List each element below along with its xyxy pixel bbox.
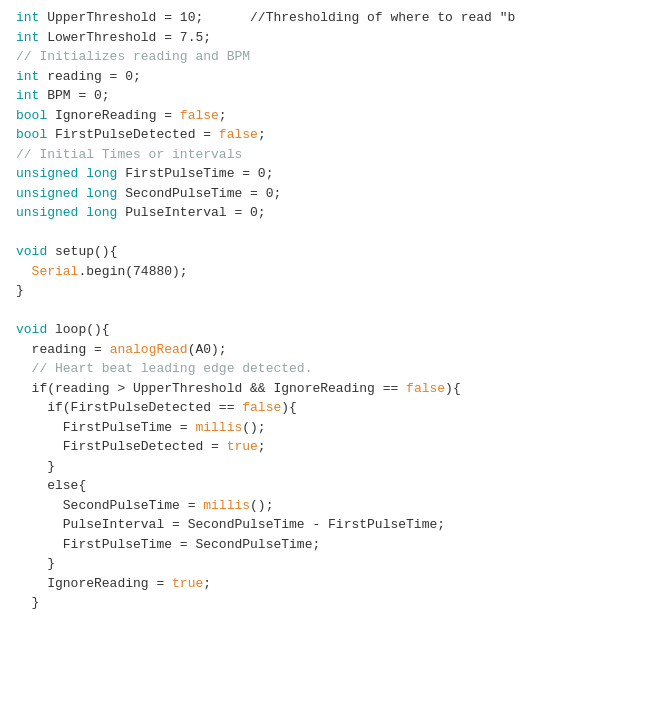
code-token: (); <box>242 418 265 438</box>
code-line: unsigned long PulseInterval = 0; <box>16 203 651 223</box>
code-token: else{ <box>16 476 86 496</box>
code-token <box>16 262 32 282</box>
code-token: FirstPulseTime = SecondPulseTime; <box>16 535 320 555</box>
code-line: Serial.begin(74880); <box>16 262 651 282</box>
code-line <box>16 223 651 243</box>
code-token: int <box>16 8 39 28</box>
code-line: // Initial Times or intervals <box>16 145 651 165</box>
code-token: millis <box>195 418 242 438</box>
code-token: } <box>16 593 39 613</box>
code-token: bool <box>16 125 47 145</box>
code-line: void setup(){ <box>16 242 651 262</box>
code-token: Serial <box>32 262 79 282</box>
code-token: (A0); <box>188 340 227 360</box>
code-token: if(reading > UpperThreshold && IgnoreRea… <box>16 379 406 399</box>
code-token: SecondPulseTime = 0; <box>117 184 281 204</box>
code-token: FirstPulseDetected = <box>16 437 227 457</box>
code-token: // Heart beat leading edge detected. <box>16 359 312 379</box>
code-line: } <box>16 554 651 574</box>
code-editor: int UpperThreshold = 10; //Thresholding … <box>0 0 667 715</box>
code-token: UpperThreshold = 10; //Thresholding of w… <box>39 8 515 28</box>
code-token: (); <box>250 496 273 516</box>
code-line: int BPM = 0; <box>16 86 651 106</box>
code-token: true <box>172 574 203 594</box>
code-line: reading = analogRead(A0); <box>16 340 651 360</box>
code-token: reading = 0; <box>39 67 140 87</box>
code-token: PulseInterval = SecondPulseTime - FirstP… <box>16 515 445 535</box>
code-token: int <box>16 28 39 48</box>
code-line: PulseInterval = SecondPulseTime - FirstP… <box>16 515 651 535</box>
code-token: SecondPulseTime = <box>16 496 203 516</box>
code-token: true <box>227 437 258 457</box>
code-line: unsigned long SecondPulseTime = 0; <box>16 184 651 204</box>
code-token: // Initializes reading and BPM <box>16 47 250 67</box>
code-token: bool <box>16 106 47 126</box>
code-content: int UpperThreshold = 10; //Thresholding … <box>0 8 667 613</box>
code-line: FirstPulseDetected = true; <box>16 437 651 457</box>
code-token: unsigned long <box>16 164 117 184</box>
code-token: false <box>406 379 445 399</box>
code-line: int reading = 0; <box>16 67 651 87</box>
code-token: void <box>16 320 47 340</box>
code-token: if(FirstPulseDetected == <box>16 398 242 418</box>
code-token: analogRead <box>110 340 188 360</box>
code-token: int <box>16 67 39 87</box>
code-token: BPM = 0; <box>39 86 109 106</box>
code-token: reading = <box>16 340 110 360</box>
code-token: ; <box>258 125 266 145</box>
code-token: loop(){ <box>47 320 109 340</box>
code-line: } <box>16 457 651 477</box>
code-line: unsigned long FirstPulseTime = 0; <box>16 164 651 184</box>
code-token: void <box>16 242 47 262</box>
code-token: PulseInterval = 0; <box>117 203 265 223</box>
code-line: IgnoreReading = true; <box>16 574 651 594</box>
code-line <box>16 301 651 321</box>
code-token: ; <box>258 437 266 457</box>
code-line: SecondPulseTime = millis(); <box>16 496 651 516</box>
code-token: unsigned long <box>16 203 117 223</box>
code-line: else{ <box>16 476 651 496</box>
code-token: IgnoreReading = <box>47 106 180 126</box>
code-line: int LowerThreshold = 7.5; <box>16 28 651 48</box>
code-line: if(reading > UpperThreshold && IgnoreRea… <box>16 379 651 399</box>
code-token: unsigned long <box>16 184 117 204</box>
code-line: } <box>16 593 651 613</box>
code-token: .begin(74880); <box>78 262 187 282</box>
code-token: int <box>16 86 39 106</box>
code-line: FirstPulseTime = SecondPulseTime; <box>16 535 651 555</box>
code-token: FirstPulseDetected = <box>47 125 219 145</box>
code-token: } <box>16 554 55 574</box>
code-line: void loop(){ <box>16 320 651 340</box>
code-line: if(FirstPulseDetected == false){ <box>16 398 651 418</box>
code-line: int UpperThreshold = 10; //Thresholding … <box>16 8 651 28</box>
code-line: bool IgnoreReading = false; <box>16 106 651 126</box>
code-line: } <box>16 281 651 301</box>
code-token: millis <box>203 496 250 516</box>
code-token: ; <box>219 106 227 126</box>
code-token: ){ <box>281 398 297 418</box>
code-token: FirstPulseTime = <box>16 418 195 438</box>
code-line: // Heart beat leading edge detected. <box>16 359 651 379</box>
code-token: // Initial Times or intervals <box>16 145 242 165</box>
code-line: // Initializes reading and BPM <box>16 47 651 67</box>
code-token: } <box>16 281 24 301</box>
code-token: LowerThreshold = 7.5; <box>39 28 211 48</box>
code-token: ){ <box>445 379 461 399</box>
code-token: ; <box>203 574 211 594</box>
code-token: IgnoreReading = <box>16 574 172 594</box>
code-line: FirstPulseTime = millis(); <box>16 418 651 438</box>
code-token: } <box>16 457 55 477</box>
code-token: false <box>242 398 281 418</box>
code-token: false <box>219 125 258 145</box>
code-token: setup(){ <box>47 242 117 262</box>
code-token: false <box>180 106 219 126</box>
code-line: bool FirstPulseDetected = false; <box>16 125 651 145</box>
code-token: FirstPulseTime = 0; <box>117 164 273 184</box>
